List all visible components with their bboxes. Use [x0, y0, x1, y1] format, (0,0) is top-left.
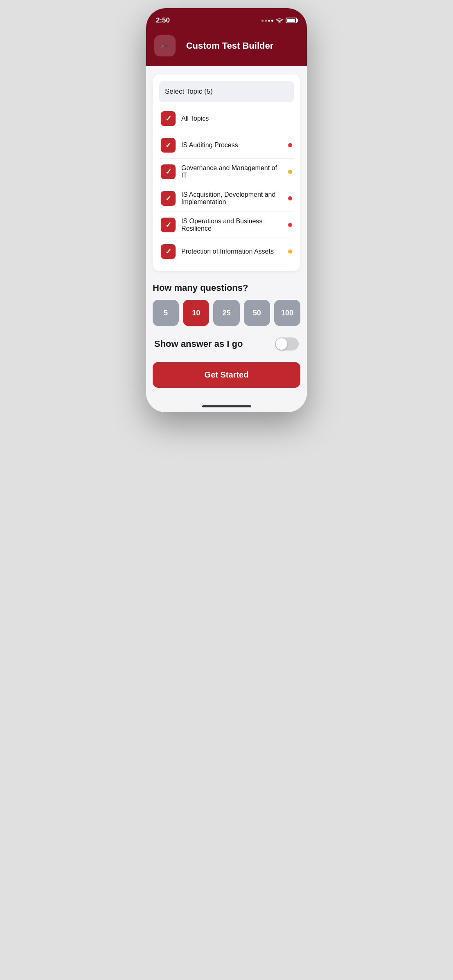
qty-button-10[interactable]: 10: [183, 300, 209, 326]
phone-frame: 2:50 ← Custom Test Builder: [146, 8, 307, 412]
topic-label-all: All Topics: [181, 115, 292, 122]
page-title: Custom Test Builder: [182, 40, 277, 51]
topic-item-governance[interactable]: ✓ Governance and Management of IT: [159, 159, 294, 185]
battery-icon: [286, 18, 297, 23]
status-icons: [261, 18, 297, 23]
dot-indicator-governance: [288, 170, 292, 174]
wifi-icon: [276, 18, 283, 23]
topic-label-protection: Protection of Information Assets: [181, 248, 282, 255]
qty-button-25[interactable]: 25: [213, 300, 239, 326]
questions-section: How many questions? 5 10 25 50 100: [153, 283, 300, 326]
topics-card: Select Topic (5) ✓ All Topics ✓ IS Audit…: [153, 74, 300, 271]
topic-label-acquisition: IS Acquisition, Development and Implemen…: [181, 191, 282, 206]
select-topic-header: Select Topic (5): [159, 81, 294, 102]
home-indicator: [202, 405, 251, 407]
dot-indicator-operations: [288, 223, 292, 227]
checkbox-is-acquisition[interactable]: ✓: [161, 191, 176, 206]
checkbox-governance[interactable]: ✓: [161, 164, 176, 179]
dot-indicator-protection: [288, 249, 292, 254]
show-answer-toggle-row: Show answer as I go: [153, 337, 300, 351]
main-content: Select Topic (5) ✓ All Topics ✓ IS Audit…: [146, 66, 307, 412]
topic-item-auditing[interactable]: ✓ IS Auditing Process: [159, 132, 294, 159]
signal-icon: [261, 20, 273, 22]
show-answer-label: Show answer as I go: [154, 339, 243, 349]
svg-point-0: [279, 22, 280, 23]
select-topic-label: Select Topic (5): [165, 88, 213, 95]
show-answer-toggle[interactable]: [275, 337, 299, 351]
topic-item-operations[interactable]: ✓ IS Operations and Business Resilience: [159, 212, 294, 238]
questions-section-title: How many questions?: [153, 283, 300, 293]
qty-button-5[interactable]: 5: [153, 300, 179, 326]
checkbox-is-operations[interactable]: ✓: [161, 218, 176, 232]
back-button[interactable]: ←: [154, 35, 176, 56]
qty-button-100[interactable]: 100: [274, 300, 300, 326]
question-count-options: 5 10 25 50 100: [153, 300, 300, 326]
status-bar: 2:50: [146, 8, 307, 30]
get-started-button[interactable]: Get Started: [153, 362, 300, 388]
qty-button-50[interactable]: 50: [244, 300, 270, 326]
topic-item-protection[interactable]: ✓ Protection of Information Assets: [159, 238, 294, 265]
app-header: ← Custom Test Builder: [146, 30, 307, 66]
dot-indicator-auditing: [288, 143, 292, 147]
toggle-thumb: [276, 338, 287, 350]
topic-label-operations: IS Operations and Business Resilience: [181, 218, 282, 232]
dot-indicator-acquisition: [288, 196, 292, 200]
topic-label-governance: Governance and Management of IT: [181, 164, 282, 179]
checkbox-protection[interactable]: ✓: [161, 244, 176, 259]
checkbox-is-auditing[interactable]: ✓: [161, 138, 176, 153]
topic-label-auditing: IS Auditing Process: [181, 142, 282, 149]
checkbox-all-topics[interactable]: ✓: [161, 111, 176, 126]
back-arrow-icon: ←: [160, 40, 169, 51]
status-time: 2:50: [156, 16, 170, 25]
topic-item-all[interactable]: ✓ All Topics: [159, 106, 294, 132]
topic-item-acquisition[interactable]: ✓ IS Acquisition, Development and Implem…: [159, 185, 294, 212]
